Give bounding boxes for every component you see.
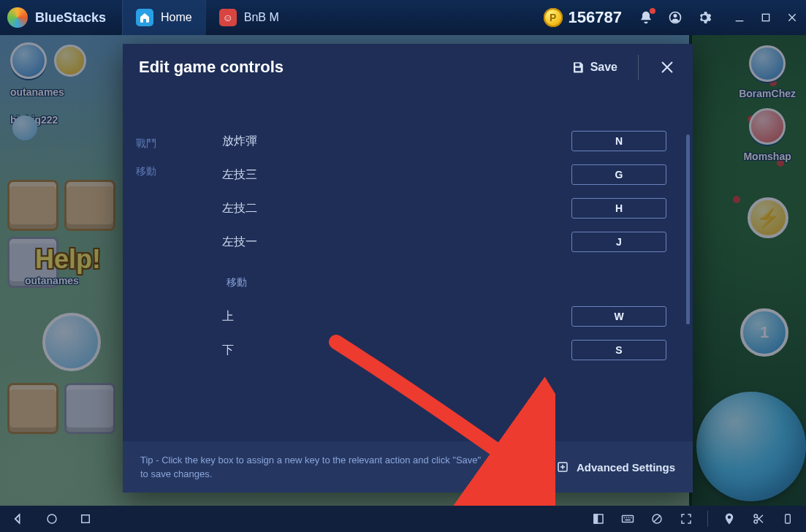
svg-rect-8 [594, 514, 598, 523]
action-label: 左技二 [222, 201, 412, 216]
game-area: outanames bigbig222 Help! outanames Bora… [0, 35, 806, 506]
tip-text: Tip - Click the key box to assign a new … [140, 453, 491, 482]
key-input[interactable]: N [571, 131, 666, 151]
tab-game[interactable]: ☺ BnB M [205, 0, 292, 35]
key-input[interactable]: S [571, 340, 666, 360]
svg-rect-9 [623, 516, 634, 522]
section-title-move: 移動 [227, 276, 666, 289]
game-icon: ☺ [219, 9, 237, 26]
keyboard-icon[interactable] [620, 511, 636, 527]
svg-point-5 [47, 514, 56, 523]
sidenav-move[interactable]: 移動 [136, 158, 210, 186]
fullscreen-icon[interactable] [678, 511, 694, 527]
dialog-sidenav: 戰鬥 移動 [123, 91, 210, 441]
dialog-title: Edit game controls [139, 58, 564, 77]
svg-point-11 [754, 520, 758, 524]
svg-rect-2 [736, 20, 744, 21]
key-input[interactable]: H [571, 198, 666, 218]
minimize-button[interactable] [733, 11, 746, 24]
back-button[interactable] [10, 511, 26, 527]
action-label: 放炸彈 [222, 134, 412, 149]
action-label: 左技一 [222, 235, 412, 250]
location-icon[interactable] [721, 511, 737, 527]
save-label: Save [590, 61, 617, 74]
home-nav-button[interactable] [44, 511, 60, 527]
advanced-settings-button[interactable]: Advanced Settings [541, 452, 675, 482]
coin-icon: P [544, 8, 563, 27]
svg-point-12 [754, 514, 758, 518]
brand-name: BlueStacks [35, 10, 106, 26]
key-input[interactable]: G [571, 164, 666, 185]
svg-rect-6 [82, 515, 90, 523]
toggle-sidebar-icon[interactable] [590, 511, 607, 527]
tab-home[interactable]: Home [122, 0, 205, 35]
android-nav-bar [0, 506, 806, 532]
home-icon [136, 9, 153, 26]
save-disk-icon [571, 61, 585, 74]
scrollbar[interactable] [686, 134, 690, 324]
svg-rect-13 [786, 514, 791, 523]
action-label: 上 [222, 309, 412, 324]
dialog-content: 放炸彈 N 左技三 G 左技二 H 左技一 J 移動 上 [210, 91, 693, 441]
action-label: 左技三 [222, 167, 412, 183]
svg-point-1 [674, 14, 677, 18]
key-input[interactable]: J [571, 232, 666, 252]
maximize-button[interactable] [759, 11, 772, 24]
coin-value: 156787 [569, 8, 622, 27]
svg-rect-3 [762, 14, 769, 20]
sidenav-combat[interactable]: 戰鬥 [136, 130, 210, 158]
settings-gear-icon[interactable] [696, 10, 712, 26]
notifications-icon[interactable] [638, 10, 654, 26]
scissors-icon[interactable] [750, 511, 767, 527]
account-icon[interactable] [667, 10, 683, 26]
recents-button[interactable] [77, 511, 94, 527]
edit-controls-dialog: Edit game controls Save 戰鬥 移動 放炸彈 N [123, 44, 693, 493]
tab-home-label: Home [161, 11, 192, 24]
disable-icon[interactable] [649, 511, 665, 527]
title-bar: BlueStacks Home ☺ BnB M P 156787 [0, 0, 806, 35]
coin-balance: P 156787 [544, 8, 622, 27]
action-label: 下 [222, 343, 412, 358]
rotate-icon[interactable] [780, 511, 796, 527]
bluestacks-logo-icon [7, 7, 28, 28]
gear-plus-icon [556, 460, 569, 474]
close-dialog-button[interactable] [658, 58, 677, 77]
save-button[interactable]: Save [564, 56, 625, 78]
advanced-settings-label: Advanced Settings [577, 461, 675, 474]
close-window-button[interactable] [786, 11, 799, 24]
tab-game-label: BnB M [244, 11, 279, 24]
key-input[interactable]: W [571, 306, 666, 327]
